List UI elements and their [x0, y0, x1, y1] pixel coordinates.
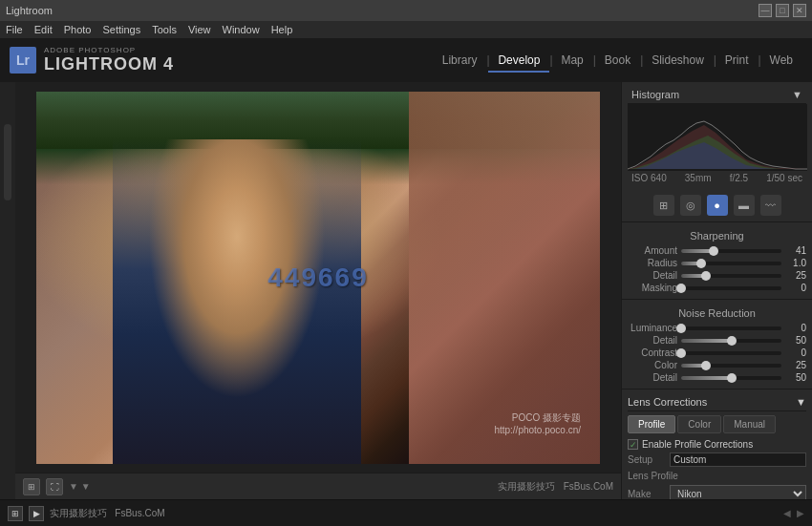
- sharpening-amount-row: Amount 41: [628, 245, 806, 256]
- brush-tool-icon[interactable]: 〰: [760, 195, 781, 216]
- menu-settings[interactable]: Settings: [102, 24, 140, 35]
- setup-row: Setup Custom: [628, 452, 806, 467]
- make-row: Make Nikon: [628, 483, 806, 499]
- footer-nav-arrow-right[interactable]: ▶: [797, 508, 804, 518]
- redeye-tool-icon[interactable]: ●: [707, 195, 728, 216]
- menu-window[interactable]: Window: [223, 24, 260, 35]
- color-slider[interactable]: [681, 364, 781, 368]
- nav-tabs: Library Develop Map Book Slideshow Print…: [433, 50, 802, 71]
- lens-tab-manual[interactable]: Manual: [723, 415, 776, 433]
- enable-profile-checkbox[interactable]: ✓: [628, 439, 638, 450]
- app-title: Lightroom: [6, 5, 53, 16]
- spot-tool-icon[interactable]: ◎: [680, 195, 701, 216]
- radius-thumb[interactable]: [696, 259, 706, 268]
- main-layout: 449669 POCO 摄影专题 http://photo.poco.cn/ ⊞…: [0, 82, 812, 499]
- view-icon[interactable]: ▶: [29, 506, 44, 521]
- detail-thumb[interactable]: [701, 271, 711, 281]
- menu-view[interactable]: View: [188, 24, 211, 35]
- contrast-slider[interactable]: [681, 351, 781, 355]
- right-panel: Histogram ▼: [621, 82, 812, 499]
- setup-value: Custom: [670, 452, 806, 467]
- tab-map[interactable]: Map: [551, 50, 592, 71]
- masking-slider[interactable]: [681, 286, 781, 290]
- histogram-header: Histogram ▼: [628, 86, 806, 104]
- grid-view-icon[interactable]: ⊞: [23, 478, 40, 495]
- logo-subtitle: ADOBE PHOTOSHOP: [44, 46, 174, 54]
- header: Lr ADOBE PHOTOSHOP LIGHTROOM 4 Library D…: [0, 38, 812, 82]
- image-container[interactable]: 449669 POCO 摄影专题 http://photo.poco.cn/: [15, 82, 621, 473]
- grad-tool-icon[interactable]: ▬: [734, 195, 755, 216]
- tab-web[interactable]: Web: [760, 50, 802, 71]
- lens-corrections-arrow: ▼: [796, 396, 806, 408]
- lens-profile-subtitle: Lens Profile: [628, 471, 806, 481]
- tab-library[interactable]: Library: [433, 50, 487, 71]
- bottom-left: ⊞ ▶ 实用摄影技巧 FsBus.CoM: [8, 506, 165, 521]
- left-scrollbar[interactable]: [4, 124, 11, 200]
- radius-slider[interactable]: [681, 262, 781, 265]
- luminance-slider[interactable]: [681, 326, 781, 330]
- lum-detail-thumb[interactable]: [727, 336, 737, 346]
- left-panel: [0, 82, 15, 499]
- shutter-value: 1/50 sec: [766, 173, 802, 183]
- histogram-title: Histogram: [631, 89, 679, 100]
- menu-photo[interactable]: Photo: [64, 24, 92, 35]
- detail-value: 25: [785, 270, 806, 281]
- amount-thumb[interactable]: [709, 246, 718, 256]
- tab-develop[interactable]: Develop: [488, 50, 549, 71]
- contrast-label: Contrast: [628, 347, 677, 358]
- color-row: Color 25: [628, 360, 806, 370]
- detail-slider[interactable]: [681, 274, 781, 278]
- bottom-label: 实用摄影技巧 FsBus.CoM: [498, 480, 613, 494]
- masking-thumb[interactable]: [676, 284, 686, 293]
- menu-edit[interactable]: Edit: [34, 24, 53, 35]
- lens-tab-profile[interactable]: Profile: [628, 415, 675, 433]
- tab-book[interactable]: Book: [595, 50, 640, 71]
- iso-value: ISO 640: [631, 173, 667, 183]
- grid-icon[interactable]: ⊞: [8, 506, 23, 521]
- histogram-canvas: [628, 104, 807, 171]
- histogram-svg: [628, 104, 807, 171]
- menu-help[interactable]: Help: [271, 24, 293, 35]
- color-thumb[interactable]: [701, 361, 711, 370]
- menu-file[interactable]: File: [6, 24, 23, 35]
- footer-nav-arrow-left[interactable]: ◀: [783, 508, 791, 518]
- luminance-row: Luminance 0: [628, 323, 806, 333]
- amount-label: Amount: [628, 245, 677, 256]
- minimize-button[interactable]: —: [759, 4, 772, 17]
- lens-corrections-header: Lens Corrections ▼: [628, 393, 806, 411]
- radius-value: 1.0: [785, 258, 806, 268]
- noise-reduction-section: Noise Reduction Luminance 0 Detail 50 Co…: [622, 300, 812, 389]
- lens-tab-color[interactable]: Color: [677, 415, 721, 433]
- crop-icon[interactable]: ⛶: [46, 478, 63, 495]
- color-detail-thumb[interactable]: [727, 373, 737, 383]
- photo-overlay-text: 449669: [267, 263, 368, 293]
- main-image: 449669 POCO 摄影专题 http://photo.poco.cn/: [36, 92, 600, 464]
- amount-slider[interactable]: [681, 249, 781, 253]
- focal-value: 35mm: [685, 173, 712, 183]
- make-select[interactable]: Nikon: [670, 485, 806, 499]
- tab-print[interactable]: Print: [716, 50, 759, 71]
- lr-badge: Lr: [10, 47, 36, 74]
- contrast-thumb[interactable]: [676, 348, 686, 358]
- masking-label: Masking: [628, 283, 677, 293]
- close-button[interactable]: ✕: [793, 4, 806, 17]
- luminance-thumb[interactable]: [676, 324, 686, 333]
- window-controls[interactable]: — □ ✕: [759, 4, 806, 17]
- zoom-info: ▼ ▼: [69, 481, 91, 492]
- maximize-button[interactable]: □: [776, 4, 789, 17]
- logo-text: ADOBE PHOTOSHOP LIGHTROOM 4: [44, 46, 174, 74]
- photo-background: 449669 POCO 摄影专题 http://photo.poco.cn/: [36, 92, 600, 464]
- luminance-label: Luminance: [628, 323, 677, 333]
- lum-detail-label: Detail: [628, 335, 677, 346]
- sharpening-title: Sharpening: [628, 226, 806, 243]
- lum-detail-slider[interactable]: [681, 339, 781, 343]
- menu-tools[interactable]: Tools: [152, 24, 177, 35]
- center-panel: 449669 POCO 摄影专题 http://photo.poco.cn/ ⊞…: [15, 82, 621, 499]
- bottom-label1: 实用摄影技巧: [498, 481, 555, 492]
- tab-slideshow[interactable]: Slideshow: [642, 50, 714, 71]
- make-label: Make: [628, 489, 666, 499]
- luminance-value: 0: [785, 323, 806, 333]
- watermark-line1: POCO 摄影专题: [494, 411, 581, 425]
- color-detail-slider[interactable]: [681, 376, 781, 380]
- crop-tool-icon[interactable]: ⊞: [653, 195, 674, 216]
